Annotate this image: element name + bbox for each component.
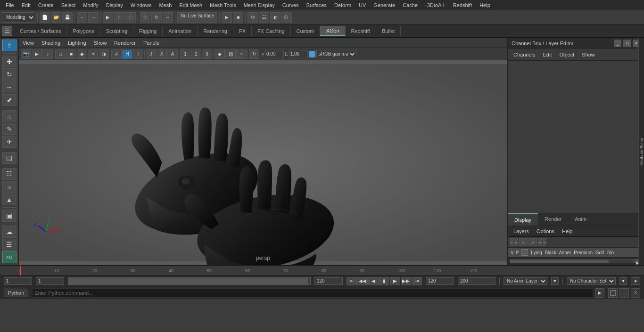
anim-layer-selector[interactable]: No Anim Layer [504, 277, 547, 285]
sculpt-btn[interactable]: ✈ [2, 136, 17, 147]
xgen-btn[interactable]: XG [2, 251, 17, 263]
vp-selection-btn[interactable]: ◆ [215, 49, 225, 59]
vp-cam-btn[interactable]: 📷 [21, 49, 31, 59]
vp-occlusion-btn[interactable]: ○ [236, 49, 247, 59]
symmetry-btn[interactable]: ◐ [270, 12, 281, 23]
soft-select-btn[interactable]: ☼ [2, 110, 17, 122]
lasso-btn[interactable]: ◌ [125, 12, 136, 23]
vp-lights-btn[interactable]: ☀ [88, 49, 98, 59]
snap-to-points-btn[interactable]: ○ [2, 181, 17, 193]
vp-grid-btn[interactable]: # [111, 49, 122, 59]
color-space-select[interactable]: sRGB gamma [316, 50, 356, 58]
outliner-btn[interactable]: ☰ [2, 239, 17, 251]
tab-rendering[interactable]: Rendering [198, 26, 233, 36]
menu-help[interactable]: Help [476, 1, 494, 9]
vp-xray-btn[interactable]: X [157, 49, 167, 59]
character-set-selector[interactable]: No Character Set [567, 277, 616, 285]
menu-windows[interactable]: Windows [127, 1, 156, 9]
python-execute-btn[interactable]: ▶ [595, 288, 604, 298]
edit-menu[interactable]: Edit [541, 51, 553, 58]
vp-menu-shading[interactable]: Shading [40, 40, 62, 46]
menu-curves[interactable]: Curves [279, 1, 303, 9]
display-options-btn[interactable]: ☷ [259, 12, 269, 23]
vp-show-joints-btn[interactable]: J [146, 49, 156, 59]
layer-type[interactable]: P [516, 250, 519, 255]
layers-menu[interactable]: Layers [512, 227, 531, 235]
character-set-btn[interactable]: ▼ [619, 277, 627, 285]
paint-select-btn[interactable]: ○ [114, 12, 124, 23]
tab-animation[interactable]: Animation [163, 26, 198, 36]
object-menu[interactable]: Object [557, 51, 576, 58]
play-forward-btn[interactable]: ▶ [390, 277, 400, 285]
layer-add-btn[interactable]: ←← [510, 238, 518, 246]
snap-to-grid-btn[interactable]: ☷ [2, 168, 17, 180]
rotate-btn[interactable]: ↻ [151, 12, 162, 23]
layers-help-menu[interactable]: Help [560, 227, 575, 235]
render-btn[interactable]: ▶ [222, 12, 232, 23]
vp-hud-btn[interactable]: H [122, 49, 132, 59]
show-menu[interactable]: Show [580, 51, 597, 58]
layers-options-menu[interactable]: Options [535, 227, 556, 235]
menu-redshift[interactable]: Redshift [449, 1, 476, 9]
layer-end-btn[interactable]: →→ [538, 238, 546, 246]
menu-3dtoall[interactable]: -3DtoAll- [421, 1, 449, 9]
menu-file[interactable]: File [2, 1, 18, 9]
tab-rigging[interactable]: Rigging [133, 26, 163, 36]
snap-to-surface-btn[interactable]: ▲ [2, 194, 17, 205]
vp-menu-renderer[interactable]: Renderer [112, 40, 138, 46]
tab-custom[interactable]: Custom [291, 26, 321, 36]
vp-texture-btn[interactable]: ◆ [77, 49, 87, 59]
scale-tool-btn[interactable]: ↔ [2, 81, 17, 93]
layer-color-swatch[interactable]: / [521, 249, 528, 256]
detach-btn[interactable]: ◻ [623, 40, 631, 47]
prev-frame-btn[interactable]: ◀◀ [357, 277, 368, 285]
vp-solid-btn[interactable]: ■ [66, 49, 76, 59]
vp-menu-view[interactable]: View [21, 40, 36, 46]
layer-visibility[interactable]: V [511, 250, 514, 255]
anim-tab[interactable]: Anim [568, 213, 593, 226]
vp-xray-active-btn[interactable]: A [167, 49, 178, 59]
frame-start-field[interactable]: 1 [4, 277, 32, 285]
menu-generate[interactable]: Generate [370, 1, 399, 9]
menu-modify[interactable]: Modify [79, 1, 102, 9]
menu-mesh-display[interactable]: Mesh Display [240, 1, 279, 9]
close-window-btn[interactable]: ✕ [631, 288, 640, 298]
render-tab[interactable]: Render [538, 213, 568, 226]
python-label[interactable]: Python [4, 289, 28, 297]
layer-prev-btn[interactable]: ← [519, 238, 528, 246]
scale-btn[interactable]: ↔ [163, 12, 173, 23]
vp-shadow-btn[interactable]: ◑ [99, 49, 109, 59]
vp-isolate-btn[interactable]: I [133, 49, 143, 59]
open-file-btn[interactable]: 📂 [51, 12, 61, 23]
menu-edit-mesh[interactable]: Edit Mesh [175, 1, 206, 9]
universal-manip-btn[interactable]: ⬋ [2, 94, 17, 106]
autokey-btn[interactable]: ● [631, 277, 640, 285]
move-btn[interactable]: ➕ [140, 12, 150, 23]
select-mode-btn[interactable]: ▶ [103, 12, 113, 23]
vp-film-btn[interactable]: ▶ [32, 49, 42, 59]
menu-uv[interactable]: UV [355, 1, 370, 9]
component-editor-btn[interactable]: ☁ [2, 226, 17, 237]
channels-menu[interactable]: Channels [512, 51, 537, 58]
live-surface-btn[interactable]: No Live Surface [177, 12, 217, 23]
next-frame-btn[interactable]: ▶▶ [401, 277, 411, 285]
menu-display[interactable]: Display [102, 1, 127, 9]
menu-edit[interactable]: Edit [18, 1, 34, 9]
goto-start-btn[interactable]: ⇤ [347, 277, 357, 285]
tab-bullet[interactable]: Bullet [376, 26, 401, 36]
vp-res-low-btn[interactable]: 1 [180, 49, 190, 59]
isolate-select-btn[interactable]: ▣ [2, 210, 17, 221]
menu-cache[interactable]: Cache [399, 1, 421, 9]
gamma-input[interactable]: 0.00 [265, 50, 284, 58]
workspace-menu-icon[interactable]: ☰ [2, 26, 12, 36]
vp-menu-lighting[interactable]: Lighting [66, 40, 88, 46]
frame-current-field[interactable]: 1 [36, 277, 64, 285]
ipr-btn[interactable]: ■ [233, 12, 243, 23]
menu-create[interactable]: Create [34, 1, 58, 9]
undo-btn[interactable]: ← [77, 12, 87, 23]
tab-redshift[interactable]: Redshift [346, 26, 376, 36]
tab-sculpting[interactable]: Sculpting [100, 26, 133, 36]
vp-res-high-btn[interactable]: 3 [202, 49, 212, 59]
vp-filter-btn[interactable]: ▤ [225, 49, 236, 59]
show-manips-btn[interactable]: ▤ [2, 152, 17, 164]
